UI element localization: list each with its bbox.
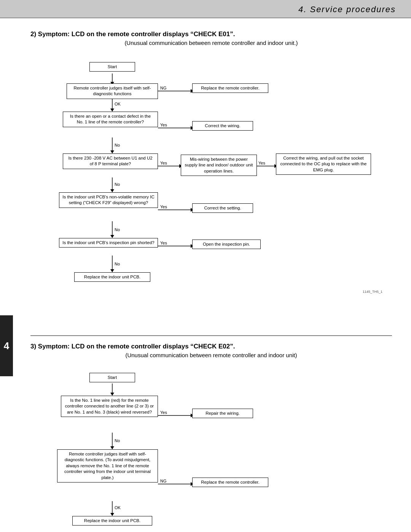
svg-marker-21 [110,189,114,192]
svg-text:Yes: Yes [160,123,167,127]
section3-title: 3) Symptom: LCD on the remote controller… [30,342,392,359]
svg-text:Yes: Yes [160,204,167,209]
svg-text:Yes: Yes [160,410,167,415]
page-header: 4. Service procedures [0,0,411,18]
section-divider [30,335,392,336]
svg-text:No: No [115,182,120,187]
svg-text:No: No [115,438,120,443]
fc1-n1: Remote controller judges itself with sel… [67,83,158,99]
flowchart2: Yes No NG OK Start Is the No. 1 line [40,366,382,532]
svg-marker-47 [110,513,114,516]
header-title: 4. Service procedures [298,5,396,14]
section2-title: 2) Symptom: LCD on the remote controller… [30,30,392,47]
svg-text:No: No [115,227,120,232]
svg-text:NG: NG [160,479,167,483]
svg-text:Yes: Yes [160,241,167,245]
fc2-n3: Replace the indoor unit PCB. [72,516,152,526]
flowchart1: OK NG Yes No Yes Yes [40,54,382,332]
fc2-n1yes: Repair the wiring. [192,409,253,419]
svg-marker-27 [110,235,114,238]
svg-marker-41 [110,446,114,449]
svg-text:No: No [115,262,120,266]
svg-marker-33 [110,269,114,272]
fc1-n2yes: Correct the wiring. [192,121,253,131]
section3: 3) Symptom: LCD on the remote controller… [30,342,392,532]
fig-label1: 1145_TH5_1 [363,290,382,294]
svg-text:Yes: Yes [160,161,167,165]
svg-text:OK: OK [115,505,121,510]
fc1-n6: Replace the indoor unit PCB. [74,272,150,282]
svg-text:NG: NG [160,86,167,90]
svg-marker-36 [110,393,114,396]
fc1-n4yes: Correct the setting. [192,203,253,213]
fc1-n4: Is the indoor unit PCB’s non-volatile me… [59,192,158,208]
fc1-n3yes1: Mis-wiring between the power supply line… [181,155,257,176]
fc1-n5: Is the indoor unit PCB’s inspection pin … [59,238,158,248]
svg-text:OK: OK [115,102,121,106]
svg-marker-12 [110,150,114,153]
svg-text:No: No [115,143,120,147]
fc1-start: Start [89,62,135,72]
fc2-n2ng: Replace the remote controller. [192,478,268,487]
svg-marker-3 [110,109,114,112]
fc1-n5yes: Open the inspection pin. [192,240,261,249]
fc2-n2: Remote controller judges itself with sel… [57,449,158,483]
fc1-n3: Is there 230 -208 V AC between U1 and U2… [63,153,158,169]
fc1-n2: Is there an open or a contact defect in … [63,112,158,127]
svg-text:Yes: Yes [258,161,265,165]
fc1-n3yes2: Correct the wiring, and pull out the soc… [276,153,371,175]
section2: 2) Symptom: LCD on the remote controller… [30,30,392,332]
fc1-n1ng: Replace the remote controller. [192,83,268,93]
fc2-start: Start [89,373,135,383]
tab-label: 4 [0,315,13,376]
fc2-n1: Is the No. 1 line wire (red) for the rem… [61,396,158,417]
